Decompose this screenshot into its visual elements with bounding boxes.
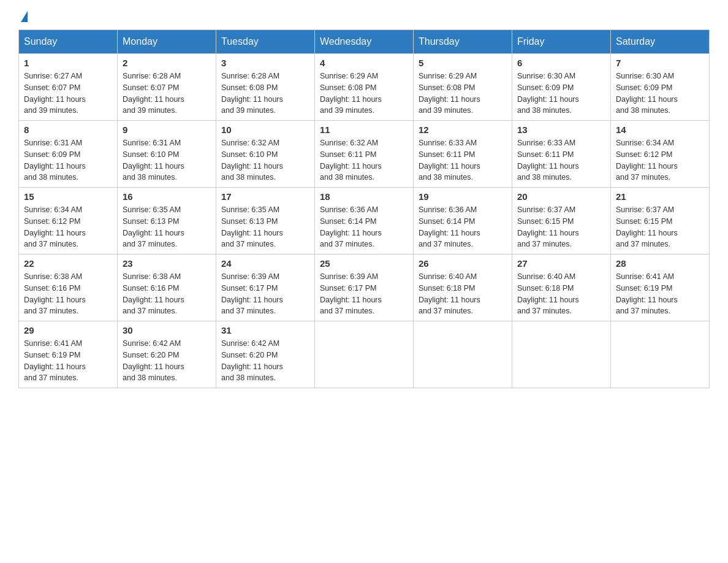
day-number: 13 <box>517 124 605 135</box>
day-info: Sunrise: 6:32 AM Sunset: 6:10 PM Dayligh… <box>221 137 309 183</box>
day-number: 30 <box>123 325 211 335</box>
weekday-header-row: SundayMondayTuesdayWednesdayThursdayFrid… <box>19 30 710 54</box>
calendar-cell: 10 Sunrise: 6:32 AM Sunset: 6:10 PM Dayl… <box>216 121 315 188</box>
day-number: 15 <box>24 191 112 202</box>
calendar-cell: 20 Sunrise: 6:37 AM Sunset: 6:15 PM Dayl… <box>512 188 611 255</box>
logo-text <box>18 12 28 23</box>
calendar-cell: 25 Sunrise: 6:39 AM Sunset: 6:17 PM Dayl… <box>315 255 414 321</box>
weekday-header-saturday: Saturday <box>611 30 710 54</box>
day-info: Sunrise: 6:41 AM Sunset: 6:19 PM Dayligh… <box>616 271 704 317</box>
calendar-table: SundayMondayTuesdayWednesdayThursdayFrid… <box>18 29 710 388</box>
day-number: 19 <box>419 191 507 202</box>
calendar-cell: 31 Sunrise: 6:42 AM Sunset: 6:20 PM Dayl… <box>216 321 315 388</box>
day-number: 4 <box>320 58 408 68</box>
day-info: Sunrise: 6:37 AM Sunset: 6:15 PM Dayligh… <box>517 204 605 250</box>
day-info: Sunrise: 6:39 AM Sunset: 6:17 PM Dayligh… <box>320 271 408 317</box>
calendar-week-4: 22 Sunrise: 6:38 AM Sunset: 6:16 PM Dayl… <box>19 255 710 321</box>
calendar-cell: 9 Sunrise: 6:31 AM Sunset: 6:10 PM Dayli… <box>118 121 216 188</box>
day-number: 21 <box>616 191 704 202</box>
calendar-cell: 4 Sunrise: 6:29 AM Sunset: 6:08 PM Dayli… <box>315 54 414 121</box>
calendar-week-1: 1 Sunrise: 6:27 AM Sunset: 6:07 PM Dayli… <box>19 54 710 121</box>
calendar-cell: 24 Sunrise: 6:39 AM Sunset: 6:17 PM Dayl… <box>216 255 315 321</box>
day-number: 29 <box>24 325 112 335</box>
day-number: 6 <box>517 58 605 68</box>
day-info: Sunrise: 6:34 AM Sunset: 6:12 PM Dayligh… <box>616 137 704 183</box>
day-info: Sunrise: 6:31 AM Sunset: 6:09 PM Dayligh… <box>24 137 112 183</box>
weekday-header-monday: Monday <box>118 30 216 54</box>
calendar-cell: 5 Sunrise: 6:29 AM Sunset: 6:08 PM Dayli… <box>414 54 512 121</box>
day-info: Sunrise: 6:40 AM Sunset: 6:18 PM Dayligh… <box>517 271 605 317</box>
calendar-cell <box>315 321 414 388</box>
day-info: Sunrise: 6:29 AM Sunset: 6:08 PM Dayligh… <box>419 71 507 117</box>
day-info: Sunrise: 6:42 AM Sunset: 6:20 PM Dayligh… <box>123 338 211 384</box>
day-info: Sunrise: 6:38 AM Sunset: 6:16 PM Dayligh… <box>24 271 112 317</box>
calendar-cell: 14 Sunrise: 6:34 AM Sunset: 6:12 PM Dayl… <box>611 121 710 188</box>
day-info: Sunrise: 6:32 AM Sunset: 6:11 PM Dayligh… <box>320 137 408 183</box>
calendar-cell <box>611 321 710 388</box>
calendar-cell: 13 Sunrise: 6:33 AM Sunset: 6:11 PM Dayl… <box>512 121 611 188</box>
day-info: Sunrise: 6:28 AM Sunset: 6:07 PM Dayligh… <box>123 71 211 117</box>
day-info: Sunrise: 6:27 AM Sunset: 6:07 PM Dayligh… <box>24 71 112 117</box>
day-info: Sunrise: 6:33 AM Sunset: 6:11 PM Dayligh… <box>419 137 507 183</box>
page-header <box>18 12 710 23</box>
day-number: 22 <box>24 258 112 269</box>
calendar-cell: 16 Sunrise: 6:35 AM Sunset: 6:13 PM Dayl… <box>118 188 216 255</box>
calendar-cell: 22 Sunrise: 6:38 AM Sunset: 6:16 PM Dayl… <box>19 255 118 321</box>
day-number: 23 <box>123 258 211 269</box>
day-info: Sunrise: 6:35 AM Sunset: 6:13 PM Dayligh… <box>123 204 211 250</box>
day-info: Sunrise: 6:30 AM Sunset: 6:09 PM Dayligh… <box>616 71 704 117</box>
calendar-cell: 19 Sunrise: 6:36 AM Sunset: 6:14 PM Dayl… <box>414 188 512 255</box>
day-number: 18 <box>320 191 408 202</box>
day-info: Sunrise: 6:33 AM Sunset: 6:11 PM Dayligh… <box>517 137 605 183</box>
calendar-cell: 8 Sunrise: 6:31 AM Sunset: 6:09 PM Dayli… <box>19 121 118 188</box>
weekday-header-tuesday: Tuesday <box>216 30 315 54</box>
day-number: 20 <box>517 191 605 202</box>
calendar-cell: 3 Sunrise: 6:28 AM Sunset: 6:08 PM Dayli… <box>216 54 315 121</box>
calendar-cell: 15 Sunrise: 6:34 AM Sunset: 6:12 PM Dayl… <box>19 188 118 255</box>
day-info: Sunrise: 6:40 AM Sunset: 6:18 PM Dayligh… <box>419 271 507 317</box>
day-number: 8 <box>24 124 112 135</box>
day-number: 31 <box>221 325 309 335</box>
day-number: 16 <box>123 191 211 202</box>
day-info: Sunrise: 6:39 AM Sunset: 6:17 PM Dayligh… <box>221 271 309 317</box>
day-info: Sunrise: 6:42 AM Sunset: 6:20 PM Dayligh… <box>221 338 309 384</box>
logo <box>18 12 28 23</box>
calendar-cell: 27 Sunrise: 6:40 AM Sunset: 6:18 PM Dayl… <box>512 255 611 321</box>
day-info: Sunrise: 6:36 AM Sunset: 6:14 PM Dayligh… <box>320 204 408 250</box>
day-number: 24 <box>221 258 309 269</box>
day-info: Sunrise: 6:41 AM Sunset: 6:19 PM Dayligh… <box>24 338 112 384</box>
day-number: 10 <box>221 124 309 135</box>
calendar-cell: 21 Sunrise: 6:37 AM Sunset: 6:15 PM Dayl… <box>611 188 710 255</box>
day-number: 2 <box>123 58 211 68</box>
calendar-cell: 11 Sunrise: 6:32 AM Sunset: 6:11 PM Dayl… <box>315 121 414 188</box>
day-info: Sunrise: 6:38 AM Sunset: 6:16 PM Dayligh… <box>123 271 211 317</box>
calendar-cell: 23 Sunrise: 6:38 AM Sunset: 6:16 PM Dayl… <box>118 255 216 321</box>
day-info: Sunrise: 6:34 AM Sunset: 6:12 PM Dayligh… <box>24 204 112 250</box>
weekday-header-friday: Friday <box>512 30 611 54</box>
calendar-cell: 17 Sunrise: 6:35 AM Sunset: 6:13 PM Dayl… <box>216 188 315 255</box>
day-info: Sunrise: 6:36 AM Sunset: 6:14 PM Dayligh… <box>419 204 507 250</box>
day-info: Sunrise: 6:28 AM Sunset: 6:08 PM Dayligh… <box>221 71 309 117</box>
calendar-week-2: 8 Sunrise: 6:31 AM Sunset: 6:09 PM Dayli… <box>19 121 710 188</box>
weekday-header-wednesday: Wednesday <box>315 30 414 54</box>
day-number: 17 <box>221 191 309 202</box>
day-number: 25 <box>320 258 408 269</box>
day-number: 11 <box>320 124 408 135</box>
day-number: 27 <box>517 258 605 269</box>
day-number: 1 <box>24 58 112 68</box>
day-number: 5 <box>419 58 507 68</box>
day-info: Sunrise: 6:37 AM Sunset: 6:15 PM Dayligh… <box>616 204 704 250</box>
calendar-cell <box>512 321 611 388</box>
day-info: Sunrise: 6:29 AM Sunset: 6:08 PM Dayligh… <box>320 71 408 117</box>
day-number: 9 <box>123 124 211 135</box>
calendar-cell: 29 Sunrise: 6:41 AM Sunset: 6:19 PM Dayl… <box>19 321 118 388</box>
calendar-cell: 2 Sunrise: 6:28 AM Sunset: 6:07 PM Dayli… <box>118 54 216 121</box>
calendar-cell: 28 Sunrise: 6:41 AM Sunset: 6:19 PM Dayl… <box>611 255 710 321</box>
calendar-cell: 1 Sunrise: 6:27 AM Sunset: 6:07 PM Dayli… <box>19 54 118 121</box>
day-number: 12 <box>419 124 507 135</box>
calendar-week-5: 29 Sunrise: 6:41 AM Sunset: 6:19 PM Dayl… <box>19 321 710 388</box>
calendar-week-3: 15 Sunrise: 6:34 AM Sunset: 6:12 PM Dayl… <box>19 188 710 255</box>
calendar-cell: 12 Sunrise: 6:33 AM Sunset: 6:11 PM Dayl… <box>414 121 512 188</box>
weekday-header-sunday: Sunday <box>19 30 118 54</box>
weekday-header-thursday: Thursday <box>414 30 512 54</box>
